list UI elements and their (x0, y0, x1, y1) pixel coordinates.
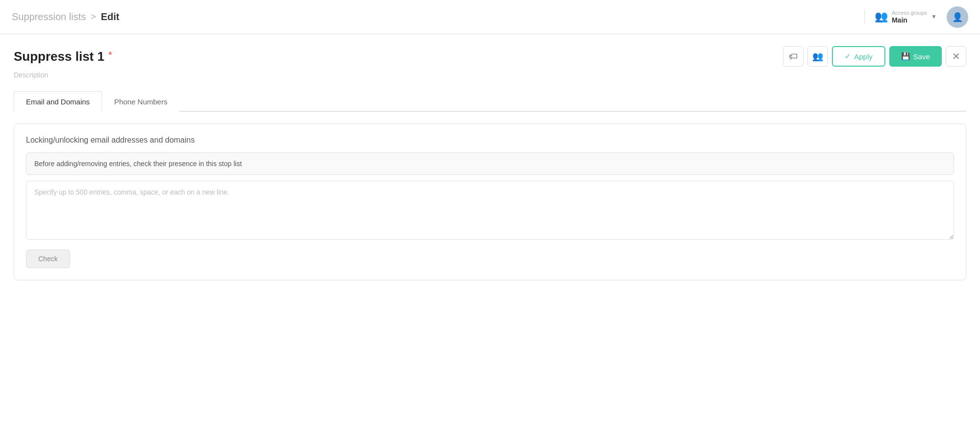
access-groups-label: Access groups (892, 10, 927, 16)
group-button[interactable]: 👥 (807, 46, 828, 67)
access-groups[interactable]: 👥 Access groups Main ▼ (864, 10, 937, 25)
header-actions: 🏷 👥 ✓ Apply 💾 Save ✕ (783, 46, 966, 67)
close-button[interactable]: ✕ (946, 46, 966, 67)
dropdown-arrow-icon[interactable]: ▼ (931, 13, 937, 20)
email-domains-card: Locking/unlocking email addresses and do… (14, 123, 966, 280)
save-icon: 💾 (901, 52, 910, 61)
page-title-area: Suppress list 1 * (14, 49, 112, 64)
entries-textarea[interactable] (26, 181, 954, 240)
breadcrumb-current: Edit (101, 11, 120, 23)
main-content: Suppress list 1 * 🏷 👥 ✓ Apply 💾 Save ✕ (0, 34, 980, 444)
close-icon: ✕ (952, 50, 960, 62)
tabs: Email and Domains Phone Numbers (14, 91, 966, 112)
avatar[interactable]: 👤 (947, 6, 968, 28)
top-nav-right: 👥 Access groups Main ▼ 👤 (864, 6, 968, 28)
check-icon: ✓ (845, 52, 851, 61)
people-icon: 👥 (875, 10, 888, 23)
breadcrumb-separator: > (91, 12, 96, 22)
access-groups-text: Access groups Main (892, 10, 927, 25)
page-title: Suppress list 1 (14, 49, 104, 64)
tab-email-domains-label: Email and Domains (26, 98, 90, 106)
save-label: Save (913, 52, 930, 61)
description-area[interactable]: Description (14, 71, 966, 79)
breadcrumb-parent[interactable]: Suppression lists (12, 11, 86, 23)
apply-label: Apply (854, 52, 873, 61)
tags-button[interactable]: 🏷 (783, 46, 804, 67)
page-header: Suppress list 1 * 🏷 👥 ✓ Apply 💾 Save ✕ (14, 46, 966, 67)
required-star: * (108, 49, 112, 61)
tag-icon: 🏷 (789, 51, 798, 62)
tab-phone-numbers[interactable]: Phone Numbers (102, 91, 179, 112)
description-placeholder: Description (14, 71, 48, 79)
apply-button[interactable]: ✓ Apply (832, 46, 885, 67)
breadcrumb: Suppression lists > Edit (12, 11, 119, 23)
check-button[interactable]: Check (26, 249, 70, 268)
tab-phone-numbers-label: Phone Numbers (114, 98, 167, 106)
save-button[interactable]: 💾 Save (889, 46, 942, 67)
access-groups-value: Main (892, 16, 927, 25)
tab-email-domains[interactable]: Email and Domains (14, 91, 102, 112)
email-domains-title: Locking/unlocking email addresses and do… (26, 136, 954, 145)
top-nav: Suppression lists > Edit 👥 Access groups… (0, 0, 980, 34)
users-icon: 👥 (812, 51, 823, 62)
stop-list-check-text: Before adding/removing entries, check th… (26, 152, 954, 175)
